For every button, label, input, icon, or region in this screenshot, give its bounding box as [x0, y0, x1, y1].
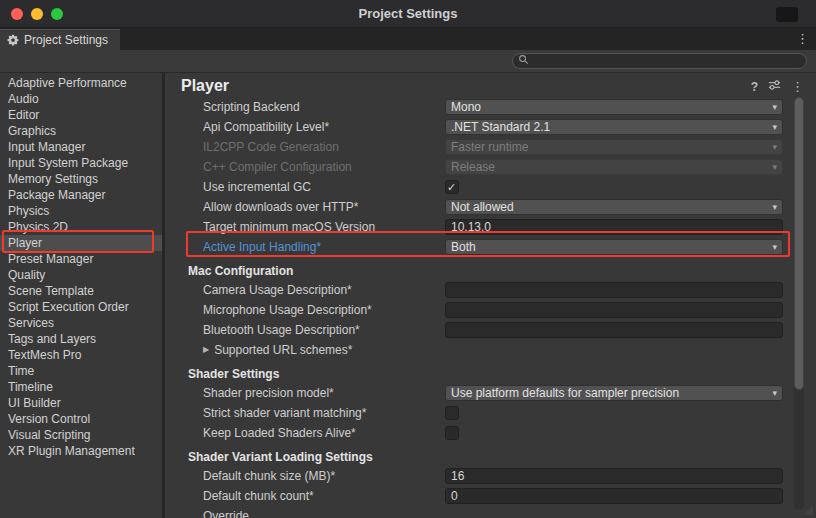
- sidebar-item-editor[interactable]: Editor: [0, 107, 162, 123]
- tab-bar: Project Settings ⋮: [0, 28, 816, 50]
- row-allow-downloads-over-http: Allow downloads over HTTP* Not allowed ▾: [165, 197, 788, 217]
- row-cpp-compiler-configuration: C++ Compiler Configuration Release ▾: [165, 157, 788, 177]
- active-input-handling-dropdown[interactable]: Both ▾: [445, 239, 783, 255]
- sidebar-item-audio[interactable]: Audio: [0, 91, 162, 107]
- chevron-down-icon: ▾: [772, 142, 777, 152]
- field-label: Keep Loaded Shaders Alive*: [203, 426, 445, 440]
- kebab-menu-icon[interactable]: ⋮: [791, 79, 804, 94]
- scripting-backend-dropdown[interactable]: Mono ▾: [445, 99, 783, 115]
- sidebar-item-version-control[interactable]: Version Control: [0, 411, 162, 427]
- sidebar-item-graphics[interactable]: Graphics: [0, 123, 162, 139]
- presets-icon[interactable]: [768, 79, 781, 94]
- settings-rows: Scripting Backend Mono ▾ Api Compatibili…: [165, 97, 788, 518]
- titlebar: Project Settings: [0, 0, 816, 28]
- sidebar-item-preset-manager[interactable]: Preset Manager: [0, 251, 162, 267]
- bluetooth-usage-description-field[interactable]: [445, 322, 783, 338]
- field-label: Active Input Handling*: [203, 240, 445, 254]
- row-api-compatibility-level: Api Compatibility Level* .NET Standard 2…: [165, 117, 788, 137]
- row-active-input-handling: Active Input Handling* Both ▾: [165, 237, 788, 257]
- row-strict-shader-variant-matching: Strict shader variant matching* ✓: [165, 403, 788, 423]
- section-title: Shader Variant Loading Settings: [188, 450, 373, 464]
- shader-precision-model-dropdown[interactable]: Use platform defaults for sampler precis…: [445, 385, 783, 401]
- field-label: Bluetooth Usage Description*: [203, 323, 445, 337]
- field-label: Shader precision model*: [203, 386, 445, 400]
- sidebar-item-physics[interactable]: Physics: [0, 203, 162, 219]
- field-label: Strict shader variant matching*: [203, 406, 445, 420]
- tab-label: Project Settings: [24, 33, 108, 47]
- help-icon[interactable]: ?: [751, 80, 758, 94]
- sidebar-item-quality[interactable]: Quality: [0, 267, 162, 283]
- row-default-chunk-size: Default chunk size (MB)*: [165, 466, 788, 486]
- titlebar-button[interactable]: [776, 7, 798, 22]
- row-bluetooth-usage-description: Bluetooth Usage Description*: [165, 320, 788, 340]
- strict-shader-variant-matching-checkbox[interactable]: ✓: [445, 406, 459, 420]
- sidebar-item-player[interactable]: Player: [0, 235, 162, 251]
- row-override: Override: [165, 506, 788, 518]
- sidebar-item-xr-plugin-management[interactable]: XR Plugin Management: [0, 443, 162, 459]
- sidebar-item-memory-settings[interactable]: Memory Settings: [0, 171, 162, 187]
- sidebar-item-tags-and-layers[interactable]: Tags and Layers: [0, 331, 162, 347]
- field-label: Target minimum macOS Version: [203, 220, 445, 234]
- field-label: Microphone Usage Description*: [203, 303, 445, 317]
- search-input[interactable]: [532, 55, 806, 67]
- sidebar-item-input-manager[interactable]: Input Manager: [0, 139, 162, 155]
- field-label: Camera Usage Description*: [203, 283, 445, 297]
- row-supported-url-schemes: ▶ Supported URL schemes*: [165, 340, 788, 360]
- sidebar-item-services[interactable]: Services: [0, 315, 162, 331]
- field-label: IL2CPP Code Generation: [203, 140, 445, 154]
- field-label: Scripting Backend: [203, 100, 445, 114]
- allow-downloads-over-http-dropdown[interactable]: Not allowed ▾: [445, 199, 783, 215]
- sidebar-item-visual-scripting[interactable]: Visual Scripting: [0, 427, 162, 443]
- chevron-down-icon: ▾: [772, 202, 777, 212]
- row-default-chunk-count: Default chunk count*: [165, 486, 788, 506]
- field-label: Api Compatibility Level*: [203, 120, 445, 134]
- default-chunk-count-field[interactable]: [445, 488, 783, 504]
- vertical-scrollbar-thumb[interactable]: [794, 97, 804, 390]
- resize-grip[interactable]: [803, 505, 813, 515]
- camera-usage-description-field[interactable]: [445, 282, 783, 298]
- search-icon: [518, 54, 529, 68]
- sidebar-item-package-manager[interactable]: Package Manager: [0, 187, 162, 203]
- sidebar-item-script-execution-order[interactable]: Script Execution Order: [0, 299, 162, 315]
- page-title: Player: [181, 77, 229, 95]
- row-scripting-backend: Scripting Backend Mono ▾: [165, 97, 788, 117]
- sidebar-item-timeline[interactable]: Timeline: [0, 379, 162, 395]
- keep-loaded-shaders-alive-checkbox[interactable]: ✓: [445, 426, 459, 440]
- panel-header-icons: ? ⋮: [751, 79, 804, 94]
- row-target-minimum-macos-version: Target minimum macOS Version: [165, 217, 788, 237]
- field-label: Override: [203, 509, 445, 518]
- sidebar-item-physics-2d[interactable]: Physics 2D: [0, 219, 162, 235]
- tab-kebab-menu-icon[interactable]: ⋮: [796, 31, 809, 46]
- sidebar-item-time[interactable]: Time: [0, 363, 162, 379]
- field-label: Default chunk size (MB)*: [203, 469, 445, 483]
- content: Adaptive Performance Audio Editor Graphi…: [0, 73, 816, 518]
- target-minimum-macos-version-field[interactable]: [445, 219, 783, 235]
- chevron-down-icon: ▾: [772, 162, 777, 172]
- api-compatibility-level-dropdown[interactable]: .NET Standard 2.1 ▾: [445, 119, 783, 135]
- field-label: Allow downloads over HTTP*: [203, 200, 445, 214]
- toolbar: [0, 50, 816, 73]
- check-icon: ✓: [447, 181, 456, 193]
- sidebar-item-textmesh-pro[interactable]: TextMesh Pro: [0, 347, 162, 363]
- tab-project-settings[interactable]: Project Settings: [0, 29, 120, 50]
- search-box[interactable]: [512, 53, 807, 69]
- sidebar-item-adaptive-performance[interactable]: Adaptive Performance: [0, 75, 162, 91]
- default-chunk-size-field[interactable]: [445, 468, 783, 484]
- section-mac-configuration: Mac Configuration: [165, 262, 788, 280]
- microphone-usage-description-field[interactable]: [445, 302, 783, 318]
- supported-url-schemes-foldout[interactable]: Supported URL schemes*: [214, 343, 456, 357]
- chevron-down-icon: ▾: [772, 388, 777, 398]
- sidebar-item-input-system-package[interactable]: Input System Package: [0, 155, 162, 171]
- cpp-compiler-configuration-dropdown: Release ▾: [445, 159, 783, 175]
- sidebar-item-ui-builder[interactable]: UI Builder: [0, 395, 162, 411]
- foldout-arrow-icon[interactable]: ▶: [203, 345, 209, 354]
- section-shader-variant-loading-settings: Shader Variant Loading Settings: [165, 448, 788, 466]
- section-shader-settings: Shader Settings: [165, 365, 788, 383]
- row-microphone-usage-description: Microphone Usage Description*: [165, 300, 788, 320]
- row-use-incremental-gc: Use incremental GC ✓: [165, 177, 788, 197]
- project-settings-window: Project Settings Project Settings ⋮ Adap…: [0, 0, 816, 518]
- sidebar-item-scene-template[interactable]: Scene Template: [0, 283, 162, 299]
- row-il2cpp-code-generation: IL2CPP Code Generation Faster runtime ▾: [165, 137, 788, 157]
- vertical-scrollbar[interactable]: [794, 97, 804, 510]
- use-incremental-gc-checkbox[interactable]: ✓: [445, 180, 459, 194]
